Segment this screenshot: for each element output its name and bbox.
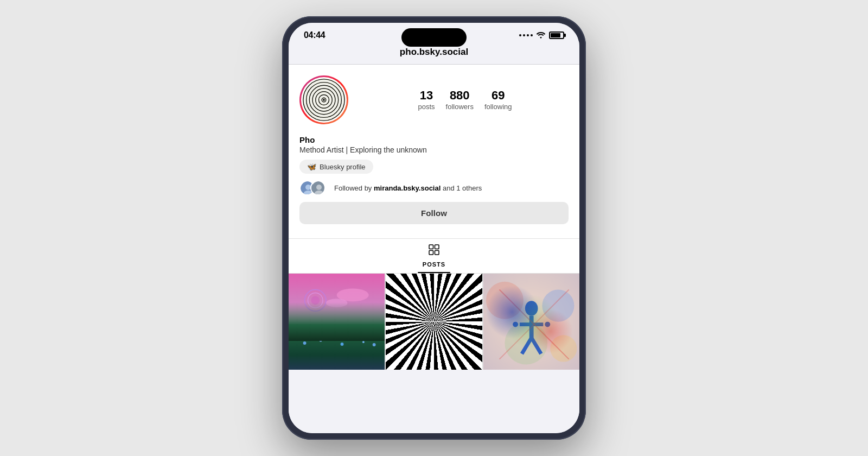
svg-rect-24 (435, 251, 439, 255)
svg-line-53 (531, 338, 541, 354)
svg-point-19 (316, 185, 322, 190)
svg-point-45 (486, 282, 524, 319)
svg-line-43 (434, 335, 442, 349)
bluesky-badge[interactable]: 🦋 Bluesky profile (299, 160, 373, 174)
svg-point-48 (550, 335, 577, 362)
wifi-icon (536, 31, 546, 40)
svg-rect-27 (289, 325, 385, 335)
svg-point-46 (542, 290, 574, 322)
followed-by-text: Followed by miranda.bsky.social and 1 ot… (334, 184, 482, 192)
dynamic-island (401, 28, 467, 47)
avatar-spiral-icon (302, 78, 346, 122)
svg-rect-44 (483, 274, 579, 370)
status-bar: 04:44 (289, 23, 579, 43)
svg-rect-22 (435, 245, 439, 249)
avatar-ring (299, 75, 348, 124)
butterfly-icon: 🦋 (307, 162, 316, 171)
svg-point-54 (513, 322, 518, 327)
stat-posts[interactable]: 13 posts (418, 90, 435, 111)
avatar-container (299, 75, 348, 124)
bluesky-badge-label: Bluesky profile (320, 163, 366, 171)
post-thumb-1[interactable] (289, 274, 385, 370)
phone-wrapper: 04:44 (282, 16, 586, 440)
follower-avatars (299, 180, 326, 195)
following-count: 69 (492, 90, 505, 102)
svg-line-57 (499, 290, 569, 359)
grid-icon (429, 244, 439, 258)
followed-by-user[interactable]: miranda.bsky.social (374, 184, 441, 192)
post-thumb-2[interactable] (386, 274, 482, 370)
followed-by-row: Followed by miranda.bsky.social and 1 ot… (299, 180, 569, 195)
phone-screen: 04:44 (289, 23, 579, 433)
profile-section: 13 posts 880 followers 69 following (289, 65, 579, 238)
svg-point-36 (362, 341, 365, 343)
svg-point-47 (505, 322, 547, 365)
avatar-inner (301, 77, 347, 123)
stat-following[interactable]: 69 following (484, 90, 512, 111)
profile-top: 13 posts 880 followers 69 following (299, 75, 569, 133)
tab-bar: POSTS (289, 238, 579, 274)
svg-point-49 (525, 301, 538, 316)
content-scroll[interactable]: 13 posts 880 followers 69 following (289, 65, 579, 433)
svg-rect-23 (429, 251, 433, 255)
svg-rect-26 (289, 332, 385, 370)
profile-username: pho.bsky.social (400, 47, 468, 57)
tab-posts-label: POSTS (423, 261, 445, 268)
svg-point-55 (545, 322, 550, 327)
signal-dots-icon (519, 34, 533, 36)
svg-point-32 (326, 299, 347, 307)
svg-point-35 (341, 343, 344, 346)
phone-frame: 04:44 (282, 16, 586, 440)
svg-line-56 (499, 290, 569, 359)
svg-point-39 (430, 307, 438, 318)
svg-point-33 (303, 341, 307, 345)
posts-label: posts (418, 103, 435, 111)
tab-posts[interactable]: POSTS (406, 244, 462, 273)
followers-label: followers (446, 103, 474, 111)
battery-icon (549, 31, 564, 39)
follow-button[interactable]: Follow (299, 202, 569, 224)
followers-count: 880 (450, 90, 470, 102)
post-thumb-3[interactable] (483, 274, 579, 370)
svg-point-37 (373, 343, 376, 346)
profile-bio: Method Artist | Exploring the unknown (299, 145, 569, 154)
posts-count: 13 (420, 90, 433, 102)
profile-name: Pho (299, 135, 569, 144)
stats-row: 13 posts 880 followers 69 following (361, 90, 569, 111)
following-label: following (484, 103, 512, 111)
svg-rect-38 (386, 274, 482, 370)
stat-followers[interactable]: 880 followers (446, 90, 474, 111)
posts-grid (289, 274, 579, 370)
svg-rect-21 (429, 245, 433, 249)
bio-section: Pho Method Artist | Exploring the unknow… (299, 133, 569, 238)
svg-point-34 (320, 339, 322, 342)
svg-point-14 (323, 99, 325, 101)
status-time: 04:44 (304, 30, 325, 40)
svg-point-30 (311, 296, 320, 305)
follow-button-container: Follow (299, 202, 569, 232)
follower-avatar-2 (310, 180, 326, 195)
svg-line-42 (426, 335, 434, 349)
svg-line-52 (522, 338, 532, 354)
status-icons (519, 31, 564, 40)
